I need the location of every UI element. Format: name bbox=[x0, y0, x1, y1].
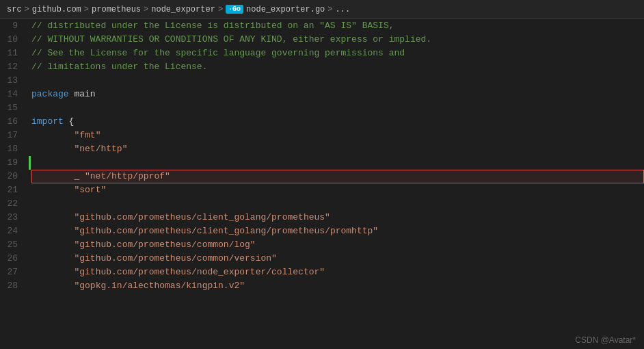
breadcrumb-node-exporter: node_exporter bbox=[151, 5, 215, 14]
code-line-27: "github.com/prometheus/node_exporter/col… bbox=[31, 266, 644, 279]
code-line-25: "github.com/prometheus/common/log" bbox=[31, 238, 644, 252]
code-line-16: import { bbox=[31, 115, 644, 129]
code-line-22 bbox=[31, 197, 644, 211]
breadcrumb-src: src bbox=[7, 5, 22, 14]
sep3: > bbox=[144, 5, 148, 14]
breadcrumb-github: github.com bbox=[32, 5, 81, 14]
code-line-10: // WITHOUT WARRANTIES OR CONDITIONS OF A… bbox=[31, 33, 644, 47]
sep1: > bbox=[25, 5, 29, 14]
sep4: > bbox=[218, 5, 223, 14]
sep2: > bbox=[84, 5, 89, 14]
code-line-11: // See the License for the specific lang… bbox=[31, 47, 644, 60]
breadcrumb-file: node_exporter.go bbox=[246, 5, 325, 14]
code-content: // distributed under the License is dist… bbox=[29, 19, 644, 349]
code-line-9: // distributed under the License is dist… bbox=[31, 19, 644, 33]
code-line-13 bbox=[31, 74, 644, 88]
code-line-18: "net/http" bbox=[31, 142, 644, 156]
code-line-20: _ "net/http/pprof" bbox=[31, 170, 644, 183]
sep5: > bbox=[327, 5, 332, 14]
code-line-28: "gopkg.in/alecthomas/kingpin.v2" bbox=[31, 279, 644, 293]
breadcrumb-prometheus: prometheus bbox=[92, 5, 141, 14]
code-line-15 bbox=[31, 101, 644, 115]
line-numbers: 9 10 11 12 13 14 15 16 17 18 19 20 21 22… bbox=[0, 19, 29, 349]
code-line-26: "github.com/prometheus/common/version" bbox=[31, 252, 644, 266]
code-line-17: "fmt" bbox=[31, 129, 644, 142]
watermark: CSDN @Avatar* bbox=[575, 335, 636, 345]
breadcrumb-ellipsis: ... bbox=[336, 5, 351, 14]
go-icon: ·Go bbox=[226, 5, 243, 14]
code-line-19 bbox=[31, 156, 644, 170]
code-line-14: package main bbox=[31, 88, 644, 101]
code-line-21: "sort" bbox=[31, 183, 644, 197]
code-line-24: "github.com/prometheus/client_golang/pro… bbox=[31, 224, 644, 238]
code-line-23: "github.com/prometheus/client_golang/pro… bbox=[31, 211, 644, 224]
code-area: 9 10 11 12 13 14 15 16 17 18 19 20 21 22… bbox=[0, 19, 644, 349]
code-line-12: // limitations under the License. bbox=[31, 60, 644, 74]
breadcrumb-bar: src > github.com > prometheus > node_exp… bbox=[0, 0, 644, 19]
